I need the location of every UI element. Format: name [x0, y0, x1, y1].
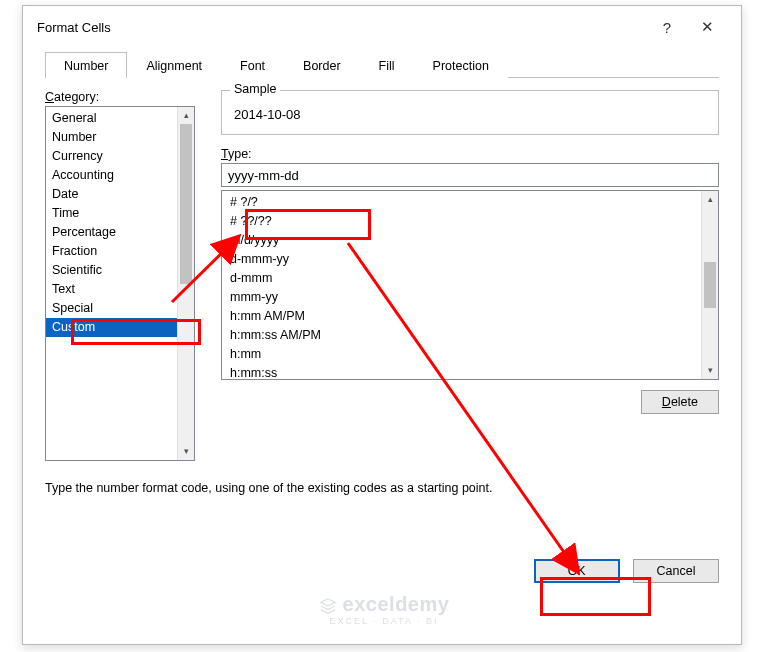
- dialog-title: Format Cells: [37, 20, 647, 35]
- type-option[interactable]: h:mm AM/PM: [222, 307, 718, 326]
- category-label: Category:: [45, 90, 195, 104]
- category-item-custom[interactable]: Custom: [46, 318, 194, 337]
- type-option[interactable]: d-mmm-yy: [222, 250, 718, 269]
- watermark-logo-icon: [319, 597, 337, 615]
- category-item[interactable]: Time: [46, 204, 194, 223]
- type-input[interactable]: [221, 163, 719, 187]
- category-item[interactable]: Special: [46, 299, 194, 318]
- scroll-down-icon[interactable]: ▾: [702, 362, 718, 379]
- category-item[interactable]: Currency: [46, 147, 194, 166]
- hint-text: Type the number format code, using one o…: [45, 481, 719, 495]
- delete-button[interactable]: Delete: [641, 390, 719, 414]
- close-button[interactable]: ✕: [687, 18, 727, 36]
- category-item[interactable]: Date: [46, 185, 194, 204]
- tab-protection[interactable]: Protection: [414, 52, 508, 78]
- scrollbar[interactable]: ▴ ▾: [701, 191, 718, 379]
- sample-value: 2014-10-08: [234, 101, 706, 122]
- tab-font[interactable]: Font: [221, 52, 284, 78]
- ok-button[interactable]: OK: [534, 559, 620, 583]
- tab-number[interactable]: Number: [45, 52, 127, 78]
- type-option[interactable]: h:mm:ss AM/PM: [222, 326, 718, 345]
- type-option[interactable]: # ?/?: [222, 193, 718, 212]
- sample-legend: Sample: [230, 82, 280, 96]
- category-item[interactable]: Fraction: [46, 242, 194, 261]
- category-item[interactable]: General: [46, 109, 194, 128]
- type-option[interactable]: m/d/yyyy: [222, 231, 718, 250]
- scroll-up-icon[interactable]: ▴: [178, 107, 194, 124]
- type-option[interactable]: # ??/??: [222, 212, 718, 231]
- scrollbar[interactable]: ▴ ▾: [177, 107, 194, 460]
- help-button[interactable]: ?: [647, 19, 687, 36]
- titlebar: Format Cells ? ✕: [23, 6, 741, 48]
- category-item[interactable]: Scientific: [46, 261, 194, 280]
- scroll-down-icon[interactable]: ▾: [178, 443, 194, 460]
- cancel-button[interactable]: Cancel: [633, 559, 719, 583]
- type-label: Type:: [221, 147, 719, 161]
- watermark: exceldemy EXCEL · DATA · BI: [0, 593, 768, 626]
- tabs: Number Alignment Font Border Fill Protec…: [45, 48, 719, 78]
- dialog-buttons: OK Cancel: [45, 559, 719, 583]
- category-item[interactable]: Percentage: [46, 223, 194, 242]
- type-option[interactable]: mmm-yy: [222, 288, 718, 307]
- category-item[interactable]: Text: [46, 280, 194, 299]
- type-format-list[interactable]: # ?/? # ??/?? m/d/yyyy d-mmm-yy d-mmm mm…: [221, 190, 719, 380]
- type-option[interactable]: d-mmm: [222, 269, 718, 288]
- type-option[interactable]: h:mm: [222, 345, 718, 364]
- tab-fill[interactable]: Fill: [360, 52, 414, 78]
- type-option[interactable]: h:mm:ss: [222, 364, 718, 380]
- category-item[interactable]: Number: [46, 128, 194, 147]
- scroll-up-icon[interactable]: ▴: [702, 191, 718, 208]
- category-item[interactable]: Accounting: [46, 166, 194, 185]
- format-cells-dialog: Format Cells ? ✕ Number Alignment Font B…: [22, 5, 742, 645]
- sample-group: Sample 2014-10-08: [221, 90, 719, 135]
- category-list[interactable]: General Number Currency Accounting Date …: [45, 106, 195, 461]
- tab-alignment[interactable]: Alignment: [127, 52, 221, 78]
- tab-border[interactable]: Border: [284, 52, 360, 78]
